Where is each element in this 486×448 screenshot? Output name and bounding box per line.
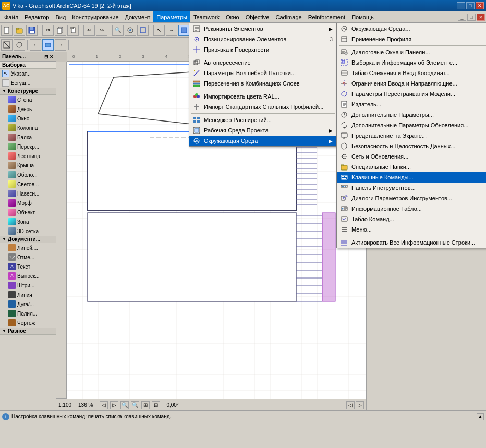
env-item-select[interactable]: Выборка и Информация об Элементе... [337, 57, 486, 68]
save-button[interactable] [26, 25, 38, 36]
panel-item-light[interactable]: Светов... [6, 179, 56, 189]
panel-item-shell[interactable]: Оболо... [6, 170, 56, 179]
menu-reinforcement[interactable]: Reinforcement [305, 11, 349, 22]
menu-view[interactable]: Вид [52, 11, 69, 22]
panel-group-misc[interactable]: ▼ Разное [0, 328, 56, 335]
panel-item-wall[interactable]: Стена [6, 95, 56, 104]
panel-item-line[interactable]: Линия [6, 290, 56, 299]
cut-button[interactable]: ✂ [42, 25, 54, 36]
rotate-btn[interactable] [178, 25, 190, 36]
close-button[interactable]: ✕ [476, 2, 484, 9]
menu-item-manager[interactable]: Менеджер Расширений... [189, 115, 337, 125]
menu-design[interactable]: Конструирование [69, 11, 122, 22]
panel-item-pointer[interactable]: ↖ Указат... [0, 69, 56, 78]
panel-item-elevation[interactable]: 1,2 Отме... [6, 252, 56, 262]
panel-item-beam[interactable]: Балка [6, 132, 56, 142]
panel-close-btn[interactable]: ✕ [50, 54, 54, 59]
panel-item-slab[interactable]: Перекр... [6, 142, 56, 151]
panel-group-construct[interactable]: ▼ Конструирс [0, 88, 56, 95]
env-item-network[interactable]: Сеть и Обновления... [337, 151, 486, 162]
panel-item-drawing[interactable]: Чертеж [6, 318, 56, 328]
env-item-profile[interactable]: Применение Профиля [337, 34, 486, 44]
menu-item-position[interactable]: Позиционирование Элементов 3 [189, 34, 337, 44]
env-item-security[interactable]: Безопасность и Целостность Данных... [337, 141, 486, 151]
env-item-toolbar[interactable]: Панель Инструментов... [337, 183, 486, 193]
menu-item-requisites[interactable]: Реквизиты Элементов ▶ [189, 23, 337, 34]
pointer-btn[interactable]: ↖ [153, 25, 165, 36]
row2-btn-3[interactable] [42, 39, 54, 51]
menu-objective[interactable]: Objective [242, 11, 273, 22]
scroll-right-btn[interactable]: ▷ [356, 401, 364, 409]
env-item-constraints[interactable]: Ограничения Ввода и Направляющие... [337, 78, 486, 89]
menu-item-steel[interactable]: Импорт Стандартных Стальных Профилей... [189, 102, 337, 112]
env-item-publisher[interactable]: Издатель... [337, 99, 486, 110]
panel-item-mesh[interactable]: 3D-сетка [6, 226, 56, 236]
env-item-tool-params[interactable]: Диалоги Параметров Инструментов... [337, 193, 486, 203]
env-item-extra[interactable]: Дополнительные Параметры... [337, 110, 486, 120]
panel-item-stair[interactable]: Лестница [6, 151, 56, 161]
zoom-button[interactable]: 🔍 [112, 25, 124, 36]
title-bar-controls[interactable]: _ □ ✕ [457, 2, 484, 9]
restore-button[interactable]: □ [466, 2, 475, 9]
nav-forward-btn[interactable]: ▷ [110, 401, 118, 409]
minimize-button[interactable]: _ [457, 2, 465, 9]
panel-item-morph[interactable]: Морф [6, 198, 56, 208]
menu-item-wand[interactable]: Параметры Волшебной Палочки... [189, 68, 337, 78]
row2-arrow-left[interactable]: ← [30, 39, 41, 51]
row2-arrow-right[interactable]: → [55, 39, 66, 51]
panel-group-docs[interactable]: ▼ Документи... [0, 236, 56, 243]
menu-item-layers[interactable]: Пересечения в Комбинациях Слоев [189, 78, 337, 89]
env-item-env[interactable]: Окружающая Среда... [337, 23, 486, 34]
env-item-dialogs[interactable]: Диалоговые Окна и Панели... [337, 47, 486, 57]
panel-item-zone[interactable]: Зона [6, 217, 56, 226]
new-button[interactable] [1, 25, 13, 36]
menu-item-snap[interactable]: Привязка к Поверхности [189, 44, 337, 55]
paste-button[interactable] [67, 25, 79, 36]
app-close-btn[interactable]: ✕ [477, 14, 485, 21]
env-item-activate[interactable]: Активировать Все Информационные Строки..… [337, 237, 486, 248]
menu-item-intersect[interactable]: Автопересечение [189, 57, 337, 68]
env-item-info[interactable]: Информационное Табло... [337, 203, 486, 214]
panel-item-label[interactable]: A Выноск... [6, 271, 56, 281]
menu-edit[interactable]: Редактор [21, 11, 52, 22]
env-item-folders[interactable]: Специальные Папки... [337, 162, 486, 172]
env-item-update[interactable]: Дополнительные Параметры Обновления... [337, 120, 486, 130]
app-minimize-btn[interactable]: _ [458, 14, 466, 21]
menu-item-workspace[interactable]: Рабочая Среда Проекта ▶ [189, 125, 337, 136]
copy-button[interactable] [55, 25, 66, 36]
tool-btn-2[interactable] [137, 25, 149, 36]
app-restore-btn[interactable]: □ [467, 14, 476, 21]
scroll-left-btn[interactable]: ◁ [346, 401, 355, 409]
env-item-screen[interactable]: Представление на Экране... [337, 130, 486, 141]
panel-item-text[interactable]: A Текст [6, 262, 56, 271]
zoom-in-btn[interactable]: 🔍 [120, 401, 129, 409]
params-dropdown[interactable]: Реквизиты Элементов ▶ Позиционирование Э… [189, 23, 337, 147]
menu-window[interactable]: Окно [223, 11, 242, 22]
env-item-tracker[interactable]: Табло Слежения и Ввод Координат... [337, 68, 486, 78]
row2-btn-1[interactable] [1, 39, 13, 51]
menu-item-ral[interactable]: Импортировать цвета RAL... [189, 91, 337, 102]
arrow-btn[interactable]: → [166, 25, 177, 36]
panel-item-roof[interactable]: Крыша [6, 161, 56, 170]
panel-item-dimension[interactable]: Линей.... [6, 243, 56, 252]
env-item-keyboard[interactable]: Клавишные Команды... [337, 172, 486, 183]
panel-item-column[interactable]: Колонна [6, 123, 56, 132]
panel-item-running[interactable]: Бегущ... [0, 78, 56, 88]
undo-button[interactable]: ↩ [83, 25, 95, 36]
panel-item-hatch[interactable]: Штри... [6, 281, 56, 290]
nav-back-btn[interactable]: ◁ [100, 401, 108, 409]
env-item-menu[interactable]: Меню... [337, 224, 486, 235]
panel-item-object[interactable]: Объект [6, 208, 56, 217]
row2-btn-2[interactable] [14, 39, 25, 51]
panel-item-window[interactable]: Окно [6, 114, 56, 123]
open-button[interactable] [14, 25, 25, 36]
tool-btn-1[interactable] [125, 25, 136, 36]
panel-item-door[interactable]: Дверь [6, 104, 56, 114]
redo-button[interactable]: ↪ [96, 25, 107, 36]
status-expand-btn[interactable]: ▲ [477, 413, 484, 420]
panel-undock-btn[interactable]: ⊟ [44, 54, 48, 59]
menu-file[interactable]: Файл [1, 11, 21, 22]
env-submenu[interactable]: Окружающая Среда... Применение Профиля Д… [336, 23, 486, 248]
env-item-model[interactable]: Параметры Перестраивания Модели... [337, 89, 486, 99]
menu-help[interactable]: Помощь [348, 11, 377, 22]
